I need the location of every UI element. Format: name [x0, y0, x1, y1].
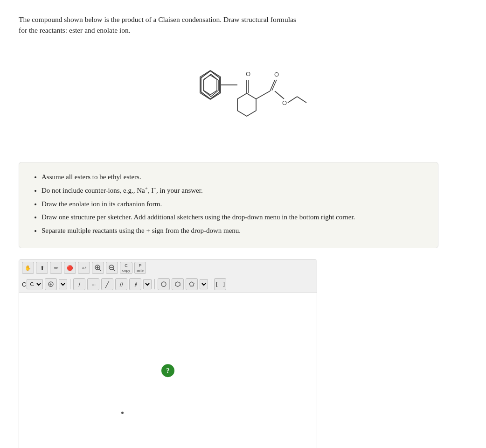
separator-3 — [211, 279, 211, 289]
bond-type-select[interactable]: ▼ — [143, 279, 152, 289]
add-atom-select[interactable]: ▼ — [59, 279, 67, 289]
sketcher-canvas[interactable]: ? — [19, 293, 317, 448]
single-bond-button[interactable]: / — [73, 278, 85, 290]
separator-2 — [154, 279, 155, 289]
instructions-list: Assume all esters to be ethyl esters. Do… — [32, 172, 425, 236]
svg-text:O: O — [246, 70, 250, 77]
element-select-wrap[interactable]: C CNOS — [22, 279, 43, 289]
element-select[interactable]: CNOS — [27, 279, 43, 289]
zoom-out-button[interactable] — [106, 262, 118, 274]
eraser-tool-button[interactable]: ✏ — [50, 262, 62, 274]
wedge-bond-button[interactable]: ╱ — [101, 278, 113, 290]
add-atom-button[interactable] — [45, 278, 57, 290]
hand-tool-button[interactable]: ✋ — [22, 262, 34, 274]
bracket-button[interactable]: [ ] — [214, 278, 226, 290]
svg-marker-4 — [204, 75, 217, 95]
separator-1 — [70, 279, 70, 289]
lasso-tool-button[interactable]: 🔴 — [64, 262, 76, 274]
copy-button[interactable]: Ccopy — [120, 262, 132, 274]
svg-marker-2 — [203, 74, 218, 97]
ring-circle-button[interactable] — [158, 278, 170, 290]
sketcher-toolbar-top: ✋ ⬆ ✏ 🔴 ↩ Ccopy Paste — [19, 260, 317, 276]
zoom-in-button[interactable] — [92, 262, 104, 274]
sketcher-toolbar-second: C CNOS ▼ / ··· ╱ — [19, 276, 317, 293]
double-bond-button[interactable]: // — [115, 278, 127, 290]
dashed-bond-button[interactable]: ··· — [87, 278, 99, 290]
page-container: The compound shown below is the product … — [0, 0, 486, 448]
svg-marker-29 — [175, 282, 180, 287]
instruction-2: Do not include counter-ions, e.g., Na+, … — [42, 185, 425, 196]
svg-marker-30 — [189, 282, 194, 286]
sketcher-area: ✋ ⬆ ✏ 🔴 ↩ Ccopy Paste — [19, 259, 317, 448]
molecule-display: O O O — [19, 45, 467, 148]
svg-line-17 — [297, 97, 306, 103]
svg-line-16 — [288, 97, 297, 103]
paste-button[interactable]: Paste — [134, 262, 146, 274]
svg-text:O: O — [282, 99, 287, 106]
ring-select[interactable]: ▼ — [200, 279, 208, 289]
canvas-center-dot — [121, 412, 124, 414]
arrow-tool-button[interactable]: ⬆ — [36, 262, 48, 274]
triple-bond-button[interactable]: // — [129, 278, 141, 290]
molecule-svg: O O O — [168, 50, 318, 143]
instruction-1: Assume all esters to be ethyl esters. — [42, 172, 425, 182]
ring-pentagon-button[interactable] — [186, 278, 198, 290]
help-button[interactable]: ? — [161, 364, 174, 377]
svg-line-23 — [113, 269, 115, 271]
instruction-4: Draw one structure per sketcher. Add add… — [42, 212, 425, 223]
svg-line-19 — [99, 269, 101, 271]
instructions-box: Assume all esters to be ethyl esters. Do… — [19, 162, 438, 249]
svg-marker-6 — [237, 93, 256, 116]
svg-line-14 — [275, 91, 284, 99]
instruction-3: Draw the enolate ion in its carbanion fo… — [42, 199, 425, 210]
svg-line-10 — [256, 91, 270, 99]
ring-hexagon-button[interactable] — [172, 278, 184, 290]
svg-point-28 — [161, 282, 166, 287]
undo-tool-button[interactable]: ↩ — [78, 262, 90, 274]
question-text: The compound shown below is the product … — [19, 14, 429, 36]
instruction-5: Separate multiple reactants using the + … — [42, 225, 425, 236]
svg-text:O: O — [274, 71, 279, 78]
